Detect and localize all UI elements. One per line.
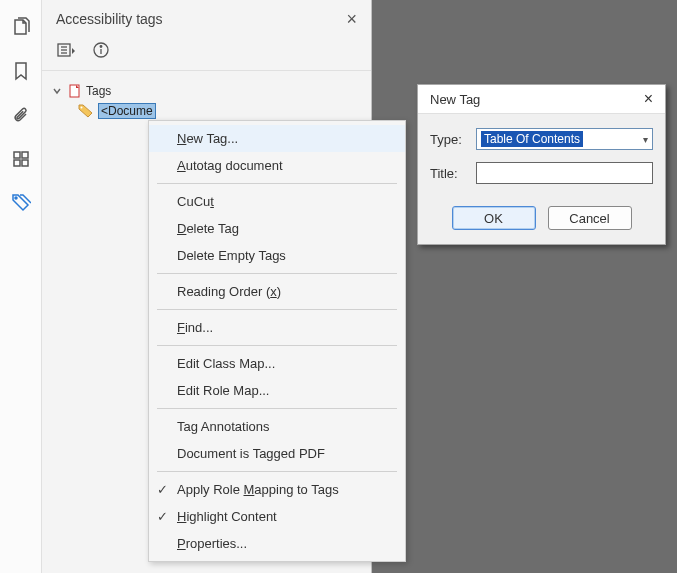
dialog-title: New Tag — [430, 92, 480, 107]
cancel-button[interactable]: Cancel — [548, 206, 632, 230]
panel-toolbar — [42, 34, 371, 71]
context-menu: New Tag... Autotag document CuCut Delete… — [148, 120, 406, 562]
menu-properties[interactable]: Properties... — [149, 530, 405, 557]
svg-point-4 — [15, 197, 17, 199]
menu-delete-empty-tags[interactable]: Delete Empty Tags — [149, 242, 405, 269]
title-label: Title: — [430, 166, 466, 181]
dialog-close-button[interactable]: × — [640, 91, 657, 107]
tree-root-row[interactable]: Tags — [52, 81, 361, 101]
menu-apply-role-mapping[interactable]: ✓ Apply Role Mapping to Tags — [149, 476, 405, 503]
dialog-buttons: OK Cancel — [418, 200, 665, 244]
svg-rect-0 — [14, 152, 20, 158]
bookmark-icon[interactable] — [10, 60, 32, 82]
menu-reading-order[interactable]: Reading Order (x) — [149, 278, 405, 305]
dialog-header: New Tag × — [418, 85, 665, 114]
menu-separator — [157, 345, 397, 346]
menu-autotag-document[interactable]: Autotag document — [149, 152, 405, 179]
type-label: Type: — [430, 132, 466, 147]
menu-separator — [157, 408, 397, 409]
tags-icon[interactable] — [10, 192, 32, 214]
menu-document-is-tagged-pdf[interactable]: Document is Tagged PDF — [149, 440, 405, 467]
panel-title: Accessibility tags — [56, 11, 163, 27]
svg-rect-3 — [22, 160, 28, 166]
menu-edit-role-map[interactable]: Edit Role Map... — [149, 377, 405, 404]
menu-find[interactable]: Find... — [149, 314, 405, 341]
chevron-down-icon[interactable] — [52, 85, 64, 97]
menu-separator — [157, 309, 397, 310]
title-input[interactable] — [476, 162, 653, 184]
info-button[interactable] — [90, 40, 112, 60]
pages-icon[interactable] — [10, 16, 32, 38]
ok-button[interactable]: OK — [452, 206, 536, 230]
menu-cut[interactable]: CuCut — [149, 188, 405, 215]
svg-rect-2 — [14, 160, 20, 166]
menu-highlight-content[interactable]: ✓ Highlight Content — [149, 503, 405, 530]
new-tag-dialog: New Tag × Type: Table Of Contents ▾ Titl… — [417, 84, 666, 245]
type-select[interactable]: Table Of Contents ▾ — [476, 128, 653, 150]
svg-point-10 — [100, 46, 102, 48]
type-select-value: Table Of Contents — [481, 131, 583, 147]
menu-separator — [157, 273, 397, 274]
tree-document-label: <Docume — [98, 103, 156, 119]
menu-tag-annotations[interactable]: Tag Annotations — [149, 413, 405, 440]
svg-rect-1 — [22, 152, 28, 158]
menu-separator — [157, 183, 397, 184]
menu-separator — [157, 471, 397, 472]
panel-menu-button[interactable] — [56, 40, 78, 60]
tree-document-row[interactable]: <Docume — [52, 101, 361, 121]
panel-close-button[interactable]: × — [346, 10, 357, 28]
chevron-down-icon: ▾ — [643, 134, 648, 145]
menu-edit-class-map[interactable]: Edit Class Map... — [149, 350, 405, 377]
pdf-icon — [68, 84, 82, 98]
tag-icon — [78, 104, 94, 118]
tree-root-label: Tags — [86, 84, 111, 98]
order-icon[interactable] — [10, 148, 32, 170]
attachment-icon[interactable] — [10, 104, 32, 126]
check-icon: ✓ — [157, 509, 168, 524]
menu-new-tag[interactable]: New Tag... — [149, 125, 405, 152]
check-icon: ✓ — [157, 482, 168, 497]
menu-delete-tag[interactable]: Delete Tag — [149, 215, 405, 242]
svg-point-13 — [81, 107, 83, 109]
dialog-body: Type: Table Of Contents ▾ Title: — [418, 114, 665, 200]
left-rail — [0, 0, 42, 573]
panel-header: Accessibility tags × — [42, 0, 371, 34]
